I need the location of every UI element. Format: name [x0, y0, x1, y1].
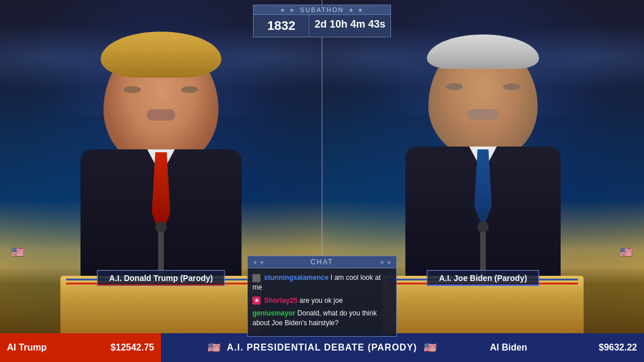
biden-name-label: A.I. Joe Biden (Parody) — [427, 270, 539, 286]
chat-header: ★ ★ CHAT ★ ★ — [247, 256, 397, 268]
trump-label-underline — [98, 284, 224, 286]
trump-name-label: A.I. Donald Trump (Parody) — [97, 270, 225, 286]
subathon-timer: 2d 10h 4m 43s — [309, 15, 390, 37]
biden-flag: 🇺🇸 — [620, 246, 632, 259]
chat-message-1: stunningsalamence I am cool look at me — [252, 273, 392, 292]
bottom-bar: AI Trump $12542.75 🇺🇸 A.I. PRESIDENTIAL … — [0, 333, 644, 362]
trump-bottom-amount: $12542.75 — [110, 342, 154, 353]
center-flag-right: 🇺🇸 — [424, 341, 436, 354]
chat-message-3: geniusmayor Donald, what do you think ab… — [252, 309, 392, 328]
biden-mic — [480, 230, 486, 276]
chat-header-stars-left: ★ ★ — [252, 259, 264, 265]
chat-header-stars-right: ★ ★ — [379, 259, 392, 265]
trump-mic — [158, 230, 164, 276]
chat-username-1: stunningsalamence — [264, 274, 328, 282]
subathon-label: SUBATHON — [300, 6, 344, 13]
subathon-widget: ★ ★ SUBATHON ★ ★ 1832 2d 10h 4m 43s — [253, 5, 391, 37]
biden-bottom-amount: $9632.22 — [599, 342, 637, 353]
chat-overlay: ★ ★ CHAT ★ ★ stunningsalamence I am cool… — [247, 256, 397, 337]
bottom-center-text: A.I. PRESIDENTIAL DEBATE (PARODY) — [227, 342, 417, 353]
subathon-stars-left: ★ ★ — [280, 7, 296, 13]
chat-username-2: Shortay25 — [264, 296, 297, 305]
subathon-stars-right: ★ ★ — [348, 7, 364, 13]
chat-message-2: ★ Shortay25 are you ok joe — [252, 296, 392, 306]
chat-icon-2: ★ — [252, 296, 260, 305]
subathon-header: ★ ★ SUBATHON ★ ★ — [253, 5, 391, 15]
chat-body: stunningsalamence I am cool look at me ★… — [247, 268, 397, 337]
bottom-trump-section: AI Trump $12542.75 — [0, 333, 161, 362]
subathon-body: 1832 2d 10h 4m 43s — [253, 15, 391, 37]
subathon-count: 1832 — [254, 15, 309, 37]
chat-icon-1 — [252, 274, 260, 282]
trump-bottom-name: AI Trump — [7, 342, 47, 353]
chat-username-3: geniusmayor — [252, 309, 296, 317]
center-flag-left: 🇺🇸 — [208, 341, 220, 354]
biden-label-underline — [427, 284, 538, 286]
chat-text-2: are you ok joe — [300, 296, 343, 305]
bottom-biden-section: Al Biden $9632.22 — [483, 333, 644, 362]
trump-flag: 🇺🇸 — [12, 246, 24, 259]
bottom-center-section: 🇺🇸 A.I. PRESIDENTIAL DEBATE (PARODY) 🇺🇸 — [161, 333, 483, 362]
chat-header-title: CHAT — [310, 258, 334, 266]
biden-bottom-name: Al Biden — [490, 342, 527, 353]
video-area: 🇺🇸 A.I. Donald Trump (Parody) 🇺🇸 — [0, 0, 644, 333]
